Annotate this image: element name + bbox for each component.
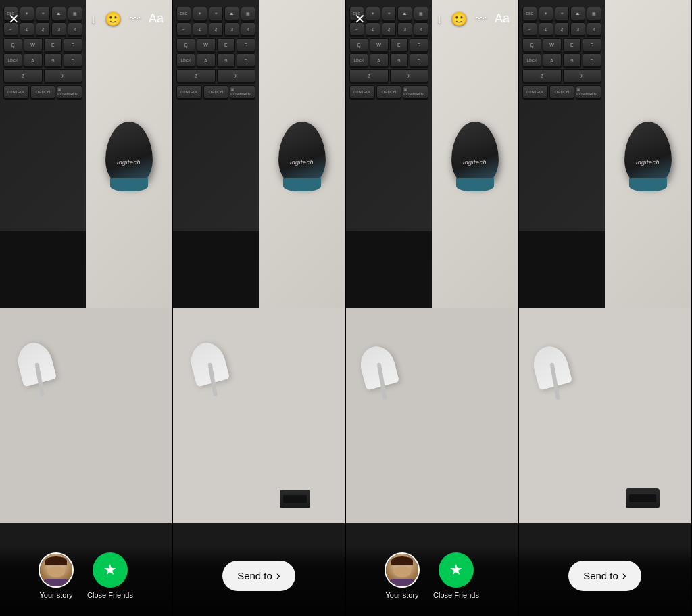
squiggle-icon-3[interactable]: 〰 (476, 13, 487, 25)
photo-top-4: esc ☀ ☀ ⏏ ▦ ~ 1 2 3 4 (519, 0, 691, 308)
key-f1-4: ☀ (539, 7, 553, 20)
key-a-4: A (543, 53, 562, 67)
mouse-area-4: logitech (605, 0, 691, 308)
mouse-brand-3: logitech (463, 159, 487, 166)
key-e: E (44, 38, 63, 51)
avatar-1[interactable] (39, 552, 74, 588)
key-f2-4: ☀ (555, 7, 570, 20)
key-command-4: ⌘ command (576, 85, 601, 99)
send-to-arrow-2: › (622, 569, 626, 583)
close-friends-item-1[interactable]: ★ Close Friends (87, 552, 133, 599)
toolbar-1: ✕ ↓ 🙂 〰 Aa (0, 0, 172, 37)
toolbar-3: ✕ ↓ 🙂 〰 Aa (346, 0, 518, 37)
mouse-4 (624, 122, 672, 186)
key-s: S (44, 53, 63, 67)
mouse-3 (451, 122, 499, 186)
key-q-3: Q (349, 38, 368, 51)
key-a-3: A (370, 53, 389, 67)
send-to-label-2: Send to (583, 570, 618, 582)
close-friends-btn-1[interactable]: ★ (93, 552, 128, 588)
key-f4-2: ▦ (241, 7, 255, 20)
star-icon-1: ★ (103, 561, 117, 579)
panel-story-1: esc ☀ ☀ ⏏ ▦ ~ 1 2 3 4 (0, 0, 173, 616)
avatar-3[interactable] (385, 552, 420, 588)
key-2-2: 2 (209, 22, 224, 36)
key-w-4: W (543, 38, 562, 51)
close-friends-label-1: Close Friends (87, 591, 133, 599)
key-lock-3: lock (349, 53, 368, 67)
key-w: W (24, 38, 43, 51)
key-command-3: ⌘ command (403, 85, 428, 99)
bottom-bar-1: Your story ★ Close Friends (0, 545, 172, 616)
key-e-2: E (217, 38, 236, 51)
bottom-bar-4: Send to › (519, 545, 691, 616)
key-f2-2: ☀ (209, 7, 224, 20)
toolbar-right-1: ↓ 🙂 〰 Aa (90, 11, 164, 27)
mouse-2 (278, 122, 326, 186)
close-friends-btn-3[interactable]: ★ (439, 552, 474, 588)
send-to-arrow-1: › (276, 569, 280, 583)
send-to-button-2[interactable]: Send to › (568, 561, 641, 591)
key-4-2: 4 (241, 22, 255, 36)
key-s-4: S (563, 53, 582, 67)
close-friends-item-3[interactable]: ★ Close Friends (433, 552, 479, 599)
sticker-icon-3[interactable]: 🙂 (451, 11, 468, 27)
download-icon-3[interactable]: ↓ (436, 11, 443, 26)
key-option-4: option (549, 85, 575, 99)
text-tool-3[interactable]: Aa (495, 11, 510, 26)
key-q-2: Q (176, 38, 195, 51)
send-to-button-1[interactable]: Send to › (222, 561, 295, 591)
squiggle-icon-1[interactable]: 〰 (130, 13, 141, 25)
key-d: D (64, 53, 82, 67)
key-w-3: W (370, 38, 389, 51)
key-option-3: option (376, 85, 402, 99)
key-3-4: 3 (570, 22, 585, 36)
key-z-4: Z (522, 69, 562, 82)
key-command-1: ⌘ command (57, 85, 82, 99)
mouse-area-2: logitech (259, 0, 345, 308)
photo-top-3: esc ☀ ☀ ⏏ ▦ ~ 1 2 3 4 (346, 0, 518, 308)
close-friends-label-3: Close Friends (433, 591, 479, 599)
keyboard-area-4: esc ☀ ☀ ⏏ ▦ ~ 1 2 3 4 (519, 0, 605, 308)
your-story-item-3[interactable]: Your story (385, 552, 420, 599)
key-tilde-4: ~ (522, 22, 537, 36)
key-x: X (44, 69, 83, 82)
key-lock-2: lock (176, 53, 195, 67)
key-f1-2: ☀ (193, 7, 207, 20)
key-r-4: R (583, 38, 601, 51)
key-d-4: D (583, 53, 601, 67)
key-esc-4: esc (522, 7, 537, 20)
key-q: Q (3, 38, 22, 51)
close-icon-1[interactable]: ✕ (8, 11, 20, 27)
key-option: option (30, 85, 56, 99)
key-e-4: E (563, 38, 582, 51)
download-icon-1[interactable]: ↓ (90, 11, 97, 26)
photo-top-2: esc ☀ ☀ ⏏ ▦ ~ 1 2 3 4 (173, 0, 345, 308)
your-story-item-1[interactable]: Your story (39, 552, 74, 599)
mouse-1 (105, 122, 153, 186)
key-x-2: X (217, 69, 256, 82)
key-s-2: S (217, 53, 236, 67)
star-icon-3: ★ (449, 561, 463, 579)
key-4-4: 4 (587, 22, 601, 36)
bottom-bar-3: Your story ★ Close Friends (346, 545, 518, 616)
your-story-label-1: Your story (40, 591, 73, 599)
key-x-4: X (563, 69, 602, 82)
key-1-4: 1 (539, 22, 553, 36)
key-z-2: Z (176, 69, 216, 82)
key-e-3: E (390, 38, 409, 51)
key-d-3: D (410, 53, 428, 67)
close-icon-3[interactable]: ✕ (354, 11, 366, 27)
key-tilde-2: ~ (176, 22, 191, 36)
sticker-icon-1[interactable]: 🙂 (105, 11, 122, 27)
text-tool-1[interactable]: Aa (149, 11, 164, 26)
photo-bottom-4: Send to › (519, 308, 691, 617)
your-story-label-3: Your story (386, 591, 419, 599)
key-z: Z (3, 69, 43, 82)
photo-bottom-1: Your story ★ Close Friends (0, 308, 172, 617)
key-control-3: control (349, 85, 375, 99)
key-control: control (3, 85, 29, 99)
photo-bottom-3: Your story ★ Close Friends (346, 308, 518, 617)
keyboard-area-3: esc ☀ ☀ ⏏ ▦ ~ 1 2 3 4 (346, 0, 432, 308)
send-to-label-1: Send to (237, 570, 272, 582)
